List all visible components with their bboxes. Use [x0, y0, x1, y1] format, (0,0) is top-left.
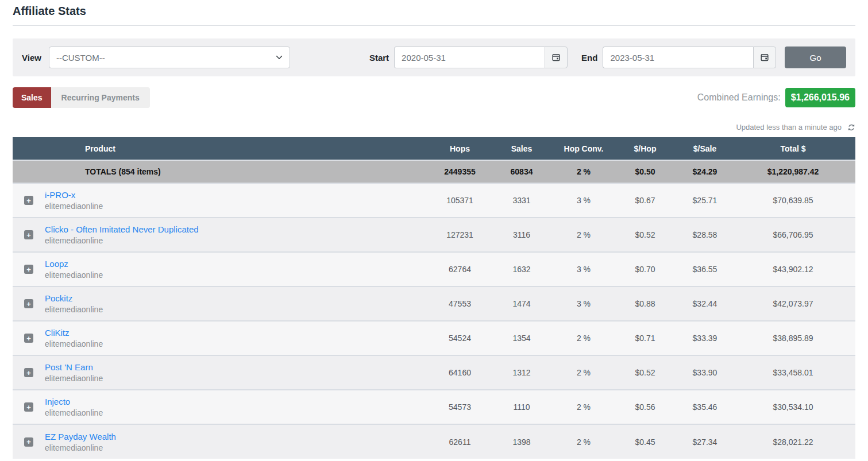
totals-per-hop: $0.50 — [611, 160, 679, 183]
hop-conv-cell: 2 % — [556, 390, 611, 424]
expand-row-button[interactable]: + — [24, 437, 33, 447]
hops-cell: 105371 — [433, 183, 487, 218]
product-cell: Pockitzelitemediaonline — [45, 286, 433, 321]
total-cell: $30,534.10 — [731, 390, 855, 424]
calendar-icon — [760, 53, 769, 62]
expand-cell: + — [13, 183, 45, 218]
expand-cell: + — [13, 252, 45, 286]
header-hop-conv: Hop Conv. — [556, 137, 611, 160]
per-sale-cell: $32.44 — [679, 286, 731, 321]
view-label: View — [22, 53, 41, 63]
expand-row-button[interactable]: + — [24, 299, 33, 308]
hop-conv-cell: 2 % — [556, 321, 611, 355]
totals-row: TOTALS (854 items) 2449355 60834 2 % $0.… — [13, 160, 855, 183]
product-link[interactable]: Injecto — [45, 397, 70, 406]
product-link[interactable]: Post 'N Earn — [45, 362, 93, 372]
go-button[interactable]: Go — [785, 47, 846, 68]
sales-cell: 1632 — [487, 252, 556, 286]
title-divider — [13, 25, 855, 26]
expand-row-button[interactable]: + — [24, 265, 33, 274]
start-input-group — [394, 47, 568, 68]
vendor-name: elitemediaonline — [45, 305, 433, 314]
sales-cell: 1110 — [487, 390, 556, 424]
page: Affiliate Stats View --CUSTOM-- Start En… — [0, 0, 868, 461]
product-link[interactable]: EZ Payday Wealth — [45, 432, 116, 441]
vendor-name: elitemediaonline — [45, 270, 433, 280]
sales-cell: 1398 — [487, 424, 556, 459]
tabs-row: Sales Recurring Payments Combined Earnin… — [13, 87, 855, 108]
table-row: +Loopzelitemediaonline6276416323 %$0.70$… — [13, 252, 855, 286]
end-input-group — [603, 47, 776, 68]
totals-expand-cell — [13, 160, 45, 183]
table-row: +EZ Payday Wealthelitemediaonline6261113… — [13, 424, 855, 459]
refresh-icon — [847, 123, 855, 131]
total-cell: $42,073.97 — [731, 286, 855, 321]
expand-cell: + — [13, 424, 45, 459]
totals-per-sale: $24.29 — [679, 160, 731, 183]
hops-cell: 127231 — [433, 218, 487, 252]
expand-cell: + — [13, 355, 45, 390]
sales-cell: 1354 — [487, 321, 556, 355]
per-hop-cell: $0.70 — [611, 252, 679, 286]
vendor-name: elitemediaonline — [45, 339, 433, 348]
product-link[interactable]: Clicko - Often Imitated Never Duplicated — [45, 224, 199, 234]
sales-cell: 3116 — [487, 218, 556, 252]
hop-conv-cell: 2 % — [556, 355, 611, 390]
tab-recurring-payments[interactable]: Recurring Payments — [51, 87, 150, 108]
per-sale-cell: $33.90 — [679, 355, 731, 390]
per-sale-cell: $36.55 — [679, 252, 731, 286]
total-cell: $43,902.12 — [731, 252, 855, 286]
expand-cell: + — [13, 218, 45, 252]
hop-conv-cell: 2 % — [556, 424, 611, 459]
totals-total: $1,220,987.42 — [731, 160, 855, 183]
product-cell: Injectoelitemediaonline — [45, 390, 433, 424]
expand-row-button[interactable]: + — [24, 368, 33, 377]
expand-cell: + — [13, 321, 45, 355]
expand-row-button[interactable]: + — [24, 196, 33, 205]
total-cell: $66,706.95 — [731, 218, 855, 252]
header-total: Total $ — [731, 137, 855, 160]
updated-row: Updated less than a minute ago — [13, 123, 855, 131]
totals-label: TOTALS (854 items) — [45, 160, 433, 183]
calendar-icon — [551, 53, 561, 62]
total-cell: $28,021.22 — [731, 424, 855, 459]
table-header: Product Hops Sales Hop Conv. $/Hop $/Sal… — [13, 137, 855, 160]
totals-hop-conv: 2 % — [556, 160, 611, 183]
vendor-name: elitemediaonline — [45, 374, 433, 383]
sales-cell: 1474 — [487, 286, 556, 321]
view-select-wrap: --CUSTOM-- — [49, 47, 290, 68]
expand-cell: + — [13, 390, 45, 424]
header-sales: Sales — [487, 137, 556, 160]
header-expand — [13, 137, 45, 160]
hops-cell: 62764 — [433, 252, 487, 286]
end-calendar-button[interactable] — [753, 47, 776, 68]
per-hop-cell: $0.88 — [611, 286, 679, 321]
expand-row-button[interactable]: + — [24, 230, 33, 239]
product-cell: Post 'N Earnelitemediaonline — [45, 355, 433, 390]
expand-row-button[interactable]: + — [24, 334, 33, 343]
view-select[interactable]: --CUSTOM-- — [49, 47, 290, 68]
tab-sales[interactable]: Sales — [13, 87, 51, 108]
end-date-input[interactable] — [603, 47, 753, 68]
per-sale-cell: $35.46 — [679, 390, 731, 424]
start-calendar-button[interactable] — [545, 47, 568, 68]
expand-row-button[interactable]: + — [24, 402, 33, 412]
start-date-input[interactable] — [394, 47, 545, 68]
product-link[interactable]: Pockitz — [45, 293, 72, 303]
table-row: +i-PRO-xelitemediaonline10537133313 %$0.… — [13, 183, 855, 218]
table-row: +Injectoelitemediaonline5457311102 %$0.5… — [13, 390, 855, 424]
product-link[interactable]: i-PRO-x — [45, 190, 75, 200]
sales-cell: 3331 — [487, 183, 556, 218]
table-row: +Post 'N Earnelitemediaonline6416013122 … — [13, 355, 855, 390]
header-hops: Hops — [433, 137, 487, 160]
end-label: End — [581, 53, 597, 63]
hops-cell: 62611 — [433, 424, 487, 459]
refresh-button[interactable] — [847, 123, 855, 131]
product-link[interactable]: Loopz — [45, 259, 68, 269]
vendor-name: elitemediaonline — [45, 408, 433, 417]
product-link[interactable]: CliKitz — [45, 328, 70, 338]
expand-cell: + — [13, 286, 45, 321]
hop-conv-cell: 3 % — [556, 286, 611, 321]
start-label: Start — [369, 53, 389, 63]
vendor-name: elitemediaonline — [45, 443, 433, 452]
